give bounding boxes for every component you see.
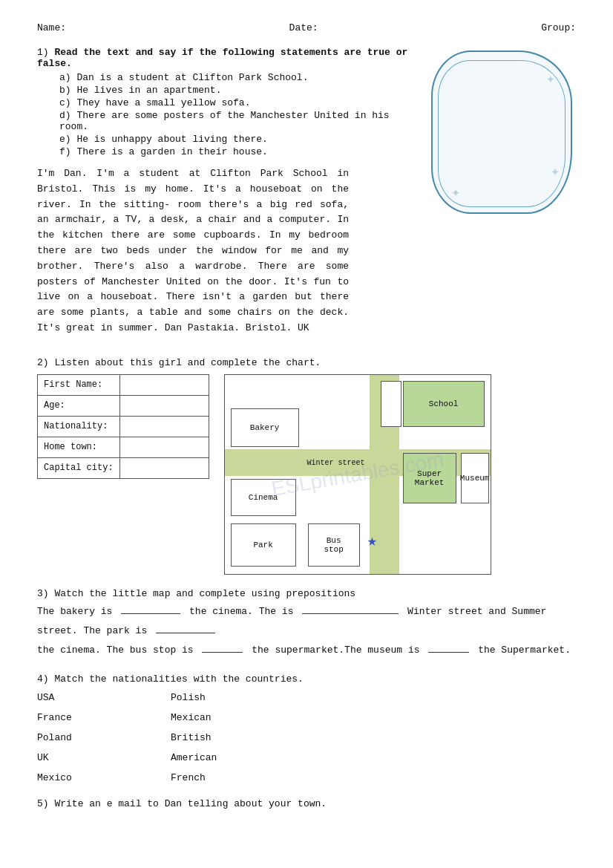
deco-star3: ✦ [451, 183, 460, 201]
decorative-shape: ✦ ✦ ✦ [427, 47, 576, 218]
chart-value-age[interactable] [119, 395, 209, 416]
chart-value-firstname[interactable] [119, 374, 209, 395]
map-school: School [403, 381, 485, 427]
header: Name: Date: Group: [37, 22, 576, 33]
reading-text: I'm Dan. I'm a student at Clifton Park S… [37, 166, 349, 336]
map-star-marker: ★ [367, 531, 377, 551]
chart-value-hometown[interactable] [119, 437, 209, 457]
section3-title: 3) Watch the little map and complete usi… [37, 588, 576, 599]
map-museum: Museum [461, 453, 489, 503]
list-item: f) There is a garden in their house. [59, 146, 420, 157]
blank1[interactable] [121, 613, 180, 614]
country-mexico: Mexico [37, 771, 171, 785]
chart-row-nationality: Nationality: [38, 416, 209, 437]
prepositions-text: The bakery is the cinema. The is Winter … [37, 602, 576, 660]
chart-row-capital: Capital city: [38, 457, 209, 478]
chart-label-capital: Capital city: [38, 457, 120, 478]
map-cinema: Cinema [231, 479, 296, 516]
chart-row-firstname: First Name: [38, 374, 209, 395]
section4-title: 4) Match the nationalities with the coun… [37, 673, 576, 685]
name-label: Name: [37, 22, 66, 33]
capital-input[interactable] [126, 463, 203, 473]
section1-list: a) Dan is a student at Clifton Park Scho… [37, 72, 420, 157]
chart-label-age: Age: [38, 395, 120, 416]
country-poland: Poland [37, 731, 171, 745]
map-winter-street: Winter street [305, 455, 367, 471]
group-label: Group: [541, 22, 576, 33]
date-label: Date: [289, 22, 318, 33]
chart-label-firstname: First Name: [38, 374, 120, 395]
section1: 1) Read the text and say if the followin… [37, 47, 576, 344]
section2-layout: First Name: Age: Nationality: Home town:… [37, 374, 576, 575]
list-item: e) He is unhappy about living there. [59, 134, 420, 145]
section2-title: 2) Listen about this girl and complete t… [37, 357, 576, 368]
blank2[interactable] [302, 613, 399, 614]
section1-title: 1) Read the text and say if the followin… [37, 47, 420, 69]
age-input[interactable] [126, 400, 203, 411]
list-item: c) They have a small yellow sofa. [59, 97, 420, 108]
nationality-polish: Polish [171, 691, 304, 705]
map-supermarket: SuperMarket [403, 453, 456, 503]
firstname-input[interactable] [126, 379, 203, 390]
chart-row-hometown: Home town: [38, 437, 209, 457]
deco-star1: ✦ [546, 69, 555, 88]
section5: 5) Write an e mail to Dan telling about … [37, 798, 576, 809]
section5-title: 5) Write an e mail to Dan telling about … [37, 798, 576, 809]
list-item: d) There are some posters of the Manches… [59, 110, 420, 132]
hometown-input[interactable] [126, 442, 203, 452]
nationality-british: British [171, 731, 304, 745]
country-usa: USA [37, 691, 171, 705]
chart-row-age: Age: [38, 395, 209, 416]
map-bus-stop: Busstop [308, 523, 360, 567]
country-france: France [37, 711, 171, 725]
nationality-american: American [171, 751, 304, 765]
section2: 2) Listen about this girl and complete t… [37, 357, 576, 575]
blank3[interactable] [156, 633, 215, 633]
blank5[interactable] [428, 652, 469, 653]
nationalities-grid: USA Polish France Mexican Poland British… [37, 691, 576, 785]
chart-label-nationality: Nationality: [38, 416, 120, 437]
section3: 3) Watch the little map and complete usi… [37, 588, 576, 660]
nationality-input[interactable] [126, 421, 203, 431]
blank4[interactable] [202, 652, 243, 653]
chart-value-capital[interactable] [119, 457, 209, 478]
map-entrance [381, 381, 401, 427]
nationality-mexican: Mexican [171, 711, 304, 725]
map: ESLprintables.com Bakery School Winter s… [224, 374, 491, 575]
map-park: Park [231, 523, 296, 567]
chart-label-hometown: Home town: [38, 437, 120, 457]
map-bakery: Bakery [231, 408, 299, 447]
list-item: a) Dan is a student at Clifton Park Scho… [59, 72, 420, 83]
list-item: b) He lives in an apartment. [59, 85, 420, 96]
chart-value-nationality[interactable] [119, 416, 209, 437]
deco-star2: ✦ [551, 162, 560, 180]
section4: 4) Match the nationalities with the coun… [37, 673, 576, 785]
nationality-french: French [171, 771, 304, 785]
country-uk: UK [37, 751, 171, 765]
chart-table: First Name: Age: Nationality: Home town:… [37, 374, 209, 479]
